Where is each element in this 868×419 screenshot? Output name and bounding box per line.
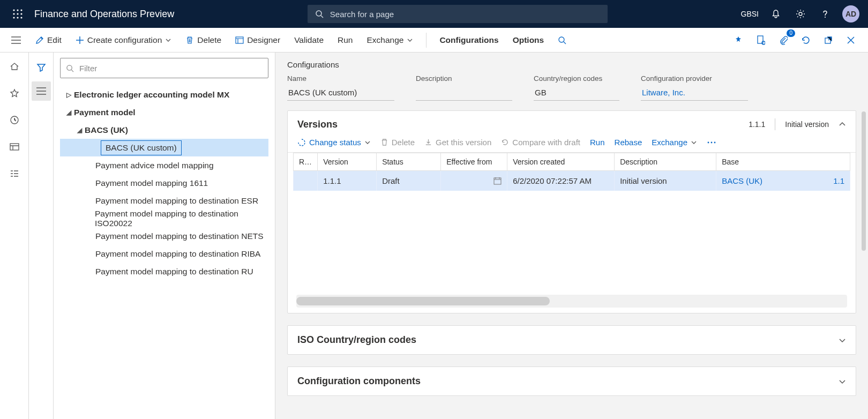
- create-config-button[interactable]: Create configuration: [71, 32, 176, 48]
- list-lines-icon[interactable]: [32, 81, 51, 101]
- avatar[interactable]: AD: [842, 5, 859, 23]
- delete-label: Delete: [197, 35, 221, 45]
- versions-run-label: Run: [590, 138, 605, 147]
- popout-button[interactable]: [821, 33, 836, 48]
- versions-run-button[interactable]: Run: [590, 138, 605, 147]
- col-base[interactable]: Base: [716, 153, 850, 171]
- close-button[interactable]: [843, 33, 858, 48]
- options-tab[interactable]: Options: [508, 32, 549, 48]
- horizontal-scrollbar[interactable]: [296, 295, 847, 308]
- versions-meta-version: 1.1.1: [749, 120, 765, 129]
- bell-icon[interactable]: [768, 6, 783, 21]
- designer-button[interactable]: Designer: [231, 32, 285, 48]
- caret-icon[interactable]: ◢: [74, 126, 85, 134]
- versions-delete-button: Delete: [380, 138, 415, 147]
- refresh-button[interactable]: [798, 33, 813, 48]
- svg-point-2: [20, 9, 22, 11]
- tree-item[interactable]: Payment model mapping to destination ESR: [60, 192, 268, 209]
- separator: [775, 118, 775, 130]
- delete-button[interactable]: Delete: [181, 32, 226, 48]
- versions-grid[interactable]: R… Version Status Effective from Version…: [293, 153, 850, 308]
- tree-item[interactable]: BACS (UK custom): [60, 139, 268, 156]
- tree-item-label: Payment model mapping 1611: [95, 178, 208, 188]
- home-icon[interactable]: [7, 59, 22, 74]
- gear-icon[interactable]: [793, 6, 808, 21]
- tree-filter-input[interactable]: [78, 63, 263, 73]
- recent-icon[interactable]: [7, 113, 22, 128]
- col-version[interactable]: Version: [318, 153, 377, 171]
- svg-point-23: [708, 141, 709, 143]
- cell-base-name[interactable]: BACS (UK): [722, 176, 762, 185]
- tree-item[interactable]: Payment advice model mapping: [60, 156, 268, 174]
- company-picker[interactable]: GBSI: [741, 10, 759, 18]
- change-status-label: Change status: [309, 138, 361, 147]
- col-description[interactable]: Description: [615, 153, 716, 171]
- versions-exchange-label: Exchange: [652, 138, 687, 147]
- star-icon[interactable]: [7, 86, 22, 101]
- vertical-scrollbar[interactable]: [862, 111, 866, 408]
- options-label: Options: [513, 35, 544, 45]
- separator: [426, 33, 426, 48]
- global-search-input[interactable]: [329, 9, 600, 19]
- attachments-badge: 0: [787, 29, 795, 37]
- col-effective[interactable]: Effective from: [441, 153, 507, 171]
- provider-label: Configuration provider: [641, 74, 748, 83]
- svg-point-6: [13, 17, 14, 18]
- validate-button[interactable]: Validate: [290, 32, 328, 48]
- run-button[interactable]: Run: [333, 32, 357, 48]
- svg-point-9: [316, 11, 321, 16]
- page-options-icon[interactable]: [753, 33, 768, 48]
- svg-point-0: [13, 9, 14, 11]
- tree-item-label: BACS (UK custom): [101, 140, 182, 155]
- versions-exchange-button[interactable]: Exchange: [652, 138, 697, 147]
- col-status[interactable]: Status: [377, 153, 441, 171]
- tree-item[interactable]: Payment model mapping to destination NET…: [60, 227, 268, 245]
- funnel-icon[interactable]: [32, 58, 51, 77]
- cell-effective[interactable]: [441, 171, 507, 191]
- exchange-button[interactable]: Exchange: [362, 32, 417, 48]
- help-icon[interactable]: [818, 6, 833, 21]
- caret-icon[interactable]: ▷: [63, 91, 74, 99]
- rebase-button[interactable]: Rebase: [615, 138, 642, 147]
- tree-item[interactable]: Payment model mapping to destination ISO…: [60, 209, 268, 227]
- provider-value[interactable]: Litware, Inc.: [641, 86, 748, 101]
- calendar-icon[interactable]: [493, 177, 502, 185]
- more-button[interactable]: [707, 141, 716, 144]
- global-search[interactable]: [308, 5, 608, 23]
- svg-point-24: [711, 141, 713, 143]
- tree-item-label: Electronic ledger accounting model MX: [74, 90, 229, 100]
- config-tree: ▷Electronic ledger accounting model MX◢P…: [60, 86, 268, 280]
- hamburger-button[interactable]: [11, 36, 21, 44]
- waffle-button[interactable]: [5, 2, 30, 26]
- edit-button[interactable]: Edit: [31, 32, 66, 48]
- country-value[interactable]: GB: [534, 86, 619, 101]
- tree-item[interactable]: ◢Payment model: [60, 103, 268, 121]
- modules-icon[interactable]: [7, 166, 22, 181]
- cmdbar-search-button[interactable]: [553, 33, 571, 48]
- configurations-tab[interactable]: Configurations: [435, 32, 503, 48]
- tree-item[interactable]: ◢BACS (UK): [60, 121, 268, 139]
- chevron-down-icon: [407, 37, 413, 43]
- search-icon: [315, 10, 324, 18]
- tree-item[interactable]: Payment model mapping to destination RIB…: [60, 245, 268, 263]
- copilot-icon[interactable]: [731, 33, 746, 48]
- iso-country-section[interactable]: ISO Country/region codes: [287, 325, 856, 355]
- description-value[interactable]: [416, 86, 512, 101]
- get-version-button: Get this version: [424, 138, 491, 147]
- cell-created: 6/2/2020 07:22:57 AM: [507, 171, 615, 191]
- col-created[interactable]: Version created: [507, 153, 615, 171]
- col-r[interactable]: R…: [294, 153, 318, 171]
- caret-icon[interactable]: ◢: [63, 109, 74, 116]
- tree-item[interactable]: Payment model mapping to destination RU: [60, 263, 268, 280]
- chevron-up-icon[interactable]: [839, 121, 846, 128]
- config-components-section[interactable]: Configuration components: [287, 366, 856, 396]
- tree-item[interactable]: Payment model mapping 1611: [60, 174, 268, 192]
- change-status-button[interactable]: Change status: [297, 138, 371, 147]
- workspace-icon[interactable]: [7, 139, 22, 154]
- cell-base-ver[interactable]: 1.1: [833, 176, 844, 185]
- tree-item[interactable]: ▷Electronic ledger accounting model MX: [60, 86, 268, 103]
- table-row[interactable]: 1.1.1 Draft 6/2/2020 07:22:57 AM Initial…: [294, 171, 850, 191]
- attachments-button[interactable]: 0: [776, 33, 791, 48]
- name-value[interactable]: BACS (UK custom): [287, 86, 394, 101]
- tree-filter[interactable]: [60, 58, 268, 78]
